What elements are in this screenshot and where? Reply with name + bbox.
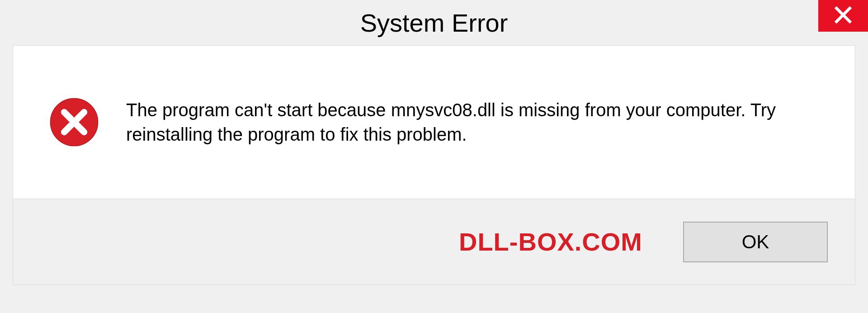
error-circle-x-icon — [49, 97, 99, 147]
dialog-content: The program can't start because mnysvc08… — [13, 45, 855, 199]
watermark-text: DLL-BOX.COM — [459, 227, 642, 256]
error-message: The program can't start because mnysvc08… — [126, 98, 828, 147]
titlebar: System Error — [0, 0, 868, 45]
close-icon — [833, 5, 853, 27]
ok-button[interactable]: OK — [683, 222, 828, 262]
dialog-title: System Error — [360, 8, 508, 38]
dialog-footer: DLL-BOX.COM OK — [13, 199, 855, 285]
close-button[interactable] — [818, 0, 868, 32]
